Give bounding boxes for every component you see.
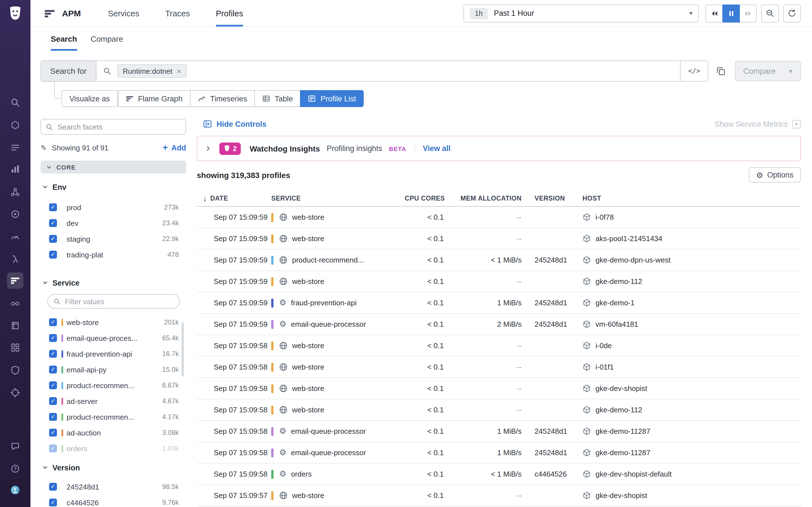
facet-filter[interactable] <box>47 294 180 309</box>
search-nav-icon[interactable] <box>10 98 20 107</box>
time-range-picker[interactable]: 1h Past 1 Hour ▾ <box>463 4 699 22</box>
checkbox-checked[interactable]: ✓ <box>49 219 57 227</box>
infrastructure-nav-icon[interactable] <box>10 120 20 130</box>
forward-button[interactable] <box>739 4 757 22</box>
metrics-nav-icon[interactable] <box>10 164 20 174</box>
profile-row[interactable]: Sep 07 15:09:58web-store< 0.1--i-01f1 <box>197 356 801 378</box>
checkbox-checked[interactable]: ✓ <box>49 318 57 326</box>
copy-query-button[interactable] <box>716 66 726 76</box>
docs-nav-icon[interactable] <box>10 321 20 330</box>
refresh-button[interactable] <box>783 4 801 22</box>
facet-group-header-service[interactable]: Service <box>41 277 186 288</box>
remove-tag-icon[interactable]: × <box>177 67 181 75</box>
apm-nav-icon[interactable] <box>10 187 20 197</box>
hide-controls-button[interactable]: Hide Controls <box>197 119 266 128</box>
pause-button[interactable] <box>722 4 740 22</box>
search-tag-runtime-dotnet[interactable]: Runtime:dotnet × <box>117 64 187 78</box>
facet-item-orders[interactable]: ✓orders1.83k <box>41 441 186 456</box>
facet-search-input[interactable] <box>57 122 181 131</box>
view-all-link[interactable]: View all <box>423 144 451 153</box>
checkbox-checked[interactable]: ✓ <box>49 381 57 389</box>
facet-item-fraud-prevention-api[interactable]: ✓fraud-prevention-api16.7k <box>41 346 186 362</box>
facet-item-c4464526[interactable]: ✓c44645269.76k <box>41 495 186 507</box>
chat-nav-icon[interactable] <box>10 441 20 451</box>
column-header-cpu-cores[interactable]: CPU CORES <box>389 195 449 202</box>
facet-item-dev[interactable]: ✓dev23.4k <box>41 215 186 231</box>
profile-row[interactable]: Sep 07 15:09:58web-store< 0.1--i-0de <box>197 335 801 356</box>
top-nav-profiles[interactable]: Profiles <box>216 0 243 26</box>
facet-filter-input[interactable] <box>65 297 174 305</box>
column-header-service[interactable]: SERVICE <box>271 195 389 202</box>
facet-group-header-env[interactable]: Env <box>41 181 186 193</box>
logs-nav-icon[interactable] <box>10 143 20 152</box>
column-header-host[interactable]: HOST <box>582 195 801 202</box>
column-header-mem-allocation[interactable]: MEM ALLOCATION <box>449 195 526 202</box>
visualize-timeseries[interactable]: Timeseries <box>190 90 255 107</box>
checkbox-checked[interactable]: ✓ <box>49 445 57 452</box>
facet-group-header-version[interactable]: Version <box>41 462 186 473</box>
profile-row[interactable]: Sep 07 15:09:58web-store< 0.1--gke-dev-s… <box>197 378 801 399</box>
facet-item-web-store[interactable]: ✓web-store201k <box>41 314 186 330</box>
integrations-nav-icon[interactable] <box>10 343 20 352</box>
add-facet-button[interactable]: + Add <box>163 143 186 153</box>
visualize-profile-list[interactable]: Profile List <box>300 90 364 107</box>
column-header-version[interactable]: VERSION <box>526 195 582 202</box>
profile-row[interactable]: Sep 07 15:09:59⚙email-queue-processor< 0… <box>197 314 801 335</box>
security-nav-icon[interactable] <box>10 365 20 375</box>
top-nav-traces[interactable]: Traces <box>165 0 190 26</box>
facet-item-ad-server[interactable]: ✓ad-server4.67k <box>41 393 186 409</box>
facet-item-prod[interactable]: ✓prod273k <box>41 200 186 215</box>
checkbox-checked[interactable]: ✓ <box>49 483 57 491</box>
facet-item-245248d1[interactable]: ✓245248d198.5k <box>41 479 186 495</box>
help-nav-icon[interactable]: ? <box>10 464 20 473</box>
facet-item-trading-plat[interactable]: ✓trading-plat478 <box>41 247 186 263</box>
facet-item-product-recommen[interactable]: ✓product-recommen...6.67k <box>41 378 186 393</box>
profile-row[interactable]: Sep 07 15:09:59web-store< 0.1--aks-pool1… <box>197 228 801 249</box>
profiling-nav-icon[interactable] <box>7 272 23 289</box>
tab-search[interactable]: Search <box>51 27 77 51</box>
checkbox-checked[interactable]: ✓ <box>49 203 57 211</box>
compare-button[interactable]: Compare ▾ <box>735 61 801 81</box>
checkbox-checked[interactable]: ✓ <box>49 334 57 342</box>
column-header-date[interactable]: ↓DATE <box>197 194 271 203</box>
visualize-flame-graph[interactable]: Flame Graph <box>118 90 191 107</box>
facet-search[interactable] <box>41 119 186 135</box>
code-view-button[interactable]: </> <box>680 61 708 81</box>
checkbox-checked[interactable]: ✓ <box>49 251 57 259</box>
scrollbar-thumb[interactable] <box>182 322 184 376</box>
facet-item-email-api-py[interactable]: ✓email-api-py15.0k <box>41 362 186 378</box>
options-button[interactable]: ⚙ Options <box>749 167 801 182</box>
serverless-nav-icon[interactable] <box>10 255 20 264</box>
visualize-table[interactable]: Table <box>254 90 301 107</box>
facet-item-ad-auction[interactable]: ✓ad-auction3.08k <box>41 425 186 441</box>
profile-row[interactable]: Sep 07 15:09:59⚙fraud-prevention-api< 0.… <box>197 292 801 314</box>
settings-nav-icon[interactable] <box>10 388 20 397</box>
tab-compare[interactable]: Compare <box>91 27 123 51</box>
profile-row[interactable]: Sep 07 15:09:59web-store< 0.1--gke-demo-… <box>197 271 801 292</box>
profile-row[interactable]: Sep 07 15:09:58web-store< 0.1--gke-demo-… <box>197 399 801 421</box>
checkbox-checked[interactable]: ✓ <box>49 413 57 421</box>
profile-row[interactable]: Sep 07 15:09:58⚙email-queue-processor< 0… <box>197 421 801 442</box>
datadog-logo[interactable] <box>7 5 24 22</box>
watchdog-insights-banner[interactable]: 2 Watchdog Insights Profiling insights B… <box>197 136 801 161</box>
zoom-out-button[interactable] <box>761 4 779 22</box>
pencil-icon[interactable]: ✎ <box>41 144 47 152</box>
ci-pipelines-nav-icon[interactable] <box>10 299 20 308</box>
watchdog-nav-icon[interactable] <box>10 232 20 241</box>
checkbox-checked[interactable]: ✓ <box>49 499 57 506</box>
checkbox-checked[interactable]: ✓ <box>49 365 57 374</box>
show-service-metrics[interactable]: Show Service Metrics ▾ <box>714 120 801 128</box>
facet-item-staging[interactable]: ✓staging22.9k <box>41 231 186 247</box>
facet-item-email-queue-proces[interactable]: ✓email-queue-proces...65.4k <box>41 330 186 346</box>
chevron-right-icon[interactable] <box>205 145 211 152</box>
rewind-button[interactable] <box>705 4 723 22</box>
checkbox-checked[interactable]: ✓ <box>49 397 57 405</box>
search-bar[interactable]: Search for Runtime:dotnet × </> <box>41 60 708 82</box>
synthetics-nav-icon[interactable] <box>10 209 20 219</box>
checkbox-checked[interactable]: ✓ <box>49 235 57 243</box>
checkbox-checked[interactable]: ✓ <box>49 429 57 437</box>
core-section-toggle[interactable]: CORE <box>41 161 186 173</box>
profile-row[interactable]: Sep 07 15:09:58⚙email-queue-processor< 0… <box>197 442 801 464</box>
profile-row[interactable]: Sep 07 15:09:58⚙orders< 0.1< 1 MiB/sc446… <box>197 464 801 485</box>
checkbox-checked[interactable]: ✓ <box>49 350 57 358</box>
